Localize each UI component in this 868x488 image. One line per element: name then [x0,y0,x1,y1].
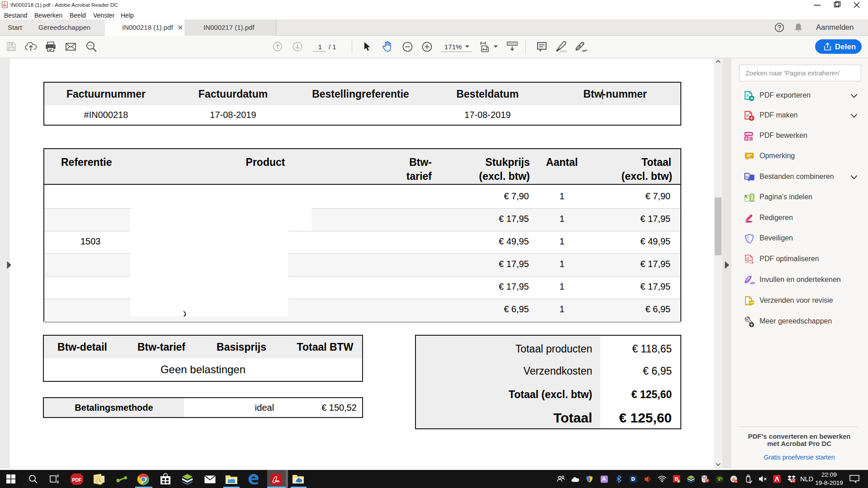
svg-text:!: ! [589,477,590,482]
svg-text:PDF: PDF [72,477,82,483]
